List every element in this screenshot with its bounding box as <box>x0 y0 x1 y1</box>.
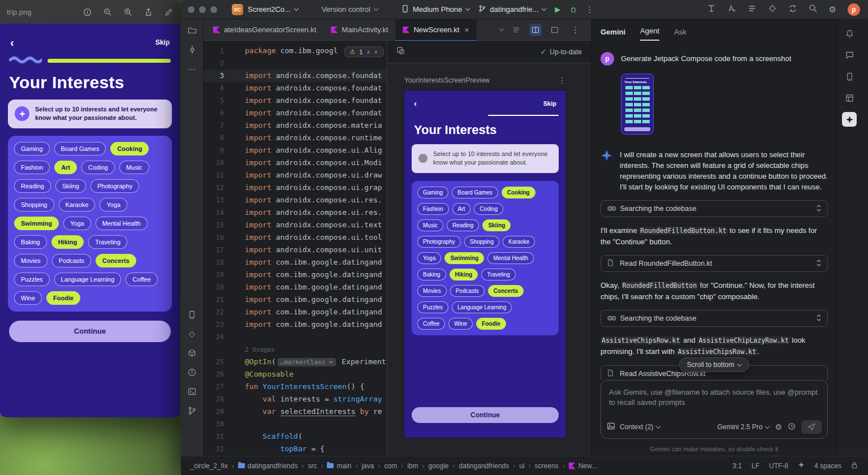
build-tools-icon[interactable] <box>707 4 716 15</box>
user-avatar[interactable]: p <box>848 3 860 16</box>
caret-position[interactable]: 3:1 <box>732 462 742 470</box>
code-line[interactable]: 4import androidx.compose.foundat <box>204 82 386 94</box>
interest-chip[interactable]: Gaming <box>417 187 448 198</box>
attached-screenshot-thumbnail[interactable]: Your Interests <box>621 74 654 135</box>
notifications-bell-icon[interactable] <box>842 26 857 41</box>
ai-chat-icon[interactable] <box>842 48 857 62</box>
code-line[interactable]: 32 topBar = { <box>204 443 386 455</box>
preview-options-icon[interactable]: ⋮ <box>558 76 566 85</box>
interest-chip[interactable]: Skiing <box>55 179 86 193</box>
traffic-lights[interactable] <box>188 6 217 13</box>
close-window-icon[interactable] <box>188 6 195 13</box>
hidden-tabs-chevron-icon[interactable] <box>499 27 504 31</box>
tab-ask[interactable]: Ask <box>674 28 686 41</box>
gemini-input-box[interactable]: Ask Gemini, use @filename to attach sour… <box>601 380 828 439</box>
input-placeholder[interactable]: Ask Gemini, use @filename to attach sour… <box>601 381 827 414</box>
code-line[interactable]: 14import androidx.compose.ui.res. <box>204 206 386 219</box>
readonly-lock-icon[interactable] <box>851 461 858 470</box>
code-line[interactable]: 2 <box>204 57 386 70</box>
minimize-window-icon[interactable] <box>199 6 206 13</box>
scroll-to-bottom-button[interactable]: Scroll to bottom <box>679 357 749 372</box>
interest-chip[interactable]: Podcasts <box>52 254 91 267</box>
editor-tab-ateideasgeneratorscreen-kt[interactable]: ateIdeasGeneratorScreen.kt <box>206 19 323 41</box>
code-line[interactable]: 19import com.ibm.google.datingand <box>204 269 386 281</box>
code-line[interactable]: 20import com.ibm.google.datingand <box>204 281 386 293</box>
file-encoding[interactable]: UTF-8 <box>769 462 788 470</box>
attach-image-icon[interactable] <box>607 422 615 432</box>
interest-chip[interactable]: Photography <box>90 179 139 193</box>
interest-chip[interactable]: Puzzles <box>417 301 448 313</box>
interest-chip[interactable]: Shopping <box>464 236 499 248</box>
interest-chip[interactable]: Yoga <box>63 217 91 230</box>
skip-button[interactable]: Skip <box>156 38 170 46</box>
code-line[interactable]: 27fun YourInterestsScreen() { <box>204 381 386 393</box>
interest-chip[interactable]: Cooking <box>502 187 536 198</box>
interest-chip[interactable]: Swimming <box>14 217 59 230</box>
code-line[interactable]: 8import androidx.compose.runtime <box>204 132 386 144</box>
history-clock-icon[interactable] <box>788 422 796 432</box>
app-quality-insights-icon[interactable]: ◇ <box>184 326 200 342</box>
expand-stepper-icon[interactable] <box>816 204 822 214</box>
project-selector[interactable]: Screen2Co... <box>243 2 303 17</box>
interest-chip[interactable]: Fashion <box>14 161 50 174</box>
tool-step-search-1[interactable]: ⚙⚙ Searching the codebase <box>601 200 828 217</box>
interest-chip[interactable]: Baking <box>417 269 446 280</box>
interest-chip[interactable]: Reading <box>447 219 479 231</box>
interest-chip[interactable]: Traveling <box>88 235 127 249</box>
project-folder-icon[interactable] <box>184 23 200 38</box>
split-view-icon[interactable] <box>529 24 542 36</box>
interest-chip[interactable]: Foodie <box>476 318 506 330</box>
breadcrumb-item[interactable]: google <box>428 462 448 470</box>
preview-name[interactable]: YourInterestsScreenPreview <box>404 76 490 84</box>
breadcrumb-item[interactable]: com <box>384 462 397 470</box>
interest-chip[interactable]: Language Learning <box>452 301 512 313</box>
problems-icon[interactable] <box>184 364 200 380</box>
interest-chip[interactable]: Language Learning <box>54 273 122 286</box>
interest-chip[interactable]: Yoga <box>100 198 127 211</box>
context-selector[interactable]: Context (2) <box>620 423 660 431</box>
terminal-icon[interactable] <box>184 383 200 399</box>
tool-step-search-2[interactable]: ⚙⚙ Searching the codebase <box>601 310 828 327</box>
gemini-settings-icon[interactable]: ⚙ <box>775 422 782 431</box>
info-icon[interactable] <box>83 8 92 16</box>
interest-chip[interactable]: Coding <box>474 203 503 215</box>
code-line[interactable]: 6import androidx.compose.foundat <box>204 107 386 119</box>
breadcrumb-item[interactable]: screens <box>535 462 559 470</box>
breadcrumb-item[interactable]: datingandfriends <box>238 462 298 470</box>
interest-chip[interactable]: Traveling <box>481 269 516 280</box>
maximize-window-icon[interactable] <box>210 6 217 13</box>
device-explorer-icon[interactable] <box>842 69 857 84</box>
interest-chip[interactable]: Wine <box>448 318 473 330</box>
run-button[interactable]: ▶ <box>550 2 565 17</box>
interest-chip[interactable]: Gaming <box>14 142 50 156</box>
line-ending[interactable]: LF <box>752 462 759 470</box>
interest-chip[interactable]: Swimming <box>444 252 484 264</box>
code-line[interactable]: 12import androidx.compose.ui.grap <box>204 182 386 194</box>
code-line[interactable]: 7import androidx.compose.materia <box>204 119 386 132</box>
running-devices-icon[interactable] <box>184 306 200 322</box>
git-branch-icon[interactable] <box>184 403 200 418</box>
tab-agent[interactable]: Agent <box>640 27 659 41</box>
code-line[interactable]: 5import androidx.compose.foundat <box>204 94 386 107</box>
more-actions-icon[interactable]: ⋮ <box>582 5 597 15</box>
zoom-in-icon[interactable] <box>124 8 132 16</box>
profiler-bug-icon[interactable] <box>768 4 777 15</box>
code-line[interactable]: 21import com.ibm.google.datingand <box>204 293 386 306</box>
preview-titlebar[interactable]: trip.png <box>0 0 180 24</box>
code-line[interactable]: 29 var selectedInterests by re <box>204 405 386 418</box>
device-sync-icon[interactable] <box>788 4 797 15</box>
code-line[interactable]: 24 <box>204 331 386 343</box>
editor-options-icon[interactable]: ⋮ <box>568 25 583 35</box>
ui-check-icon[interactable] <box>396 46 405 57</box>
interest-chip[interactable]: Mental Health <box>96 217 148 230</box>
back-chevron-icon[interactable]: ‹ <box>10 38 14 46</box>
interest-chip[interactable]: Hiking <box>450 269 478 280</box>
interest-chip[interactable]: Karaoke <box>59 198 96 211</box>
task-list-icon[interactable] <box>748 4 757 15</box>
expand-stepper-icon[interactable] <box>816 259 822 269</box>
interest-chip[interactable]: Wine <box>14 291 42 305</box>
code-line[interactable]: 30 <box>204 418 386 430</box>
editor-tab-newscreen-kt[interactable]: NewScreen.kt× <box>395 19 476 41</box>
code-line[interactable]: 13import androidx.compose.ui.res. <box>204 194 386 206</box>
interest-chip[interactable]: Art <box>452 203 471 215</box>
